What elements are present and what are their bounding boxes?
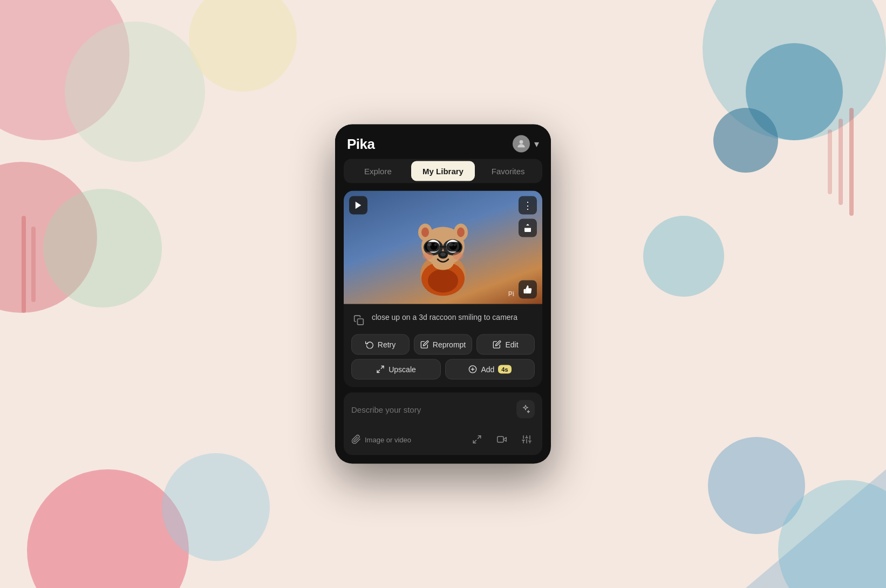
svg-point-9 — [421, 228, 429, 237]
app-logo: Pika — [347, 135, 375, 152]
media-card: ⋮ Pi — [344, 191, 542, 387]
camera-icon — [497, 435, 507, 445]
avatar[interactable] — [513, 135, 530, 153]
svg-point-0 — [520, 140, 523, 144]
upscale-icon — [376, 365, 385, 374]
svg-point-27 — [449, 243, 453, 247]
watermark: Pi — [508, 290, 514, 298]
actions-row-1: Retry Reprompt Edit — [351, 334, 535, 355]
svg-point-20 — [440, 252, 446, 256]
actions-row-2: Upscale Add 4s — [351, 359, 535, 380]
video-thumbnail[interactable]: ⋮ Pi — [344, 191, 542, 304]
avatar-icon — [516, 139, 527, 149]
raccoon-scene — [344, 191, 542, 304]
svg-line-31 — [377, 370, 380, 373]
toolbar-row: Image or video — [344, 426, 542, 455]
sliders-icon — [522, 435, 531, 445]
play-button[interactable] — [349, 196, 367, 215]
tab-explore[interactable]: Explore — [346, 161, 410, 181]
app-header: Pika ▾ — [335, 125, 551, 159]
header-right: ▾ — [513, 135, 539, 153]
prompt-area: close up on a 3d raccoon smiling to came… — [344, 304, 542, 328]
share-icon — [523, 223, 533, 233]
like-icon — [523, 285, 533, 295]
svg-line-30 — [381, 366, 384, 369]
svg-line-36 — [473, 440, 476, 443]
attachment-icon — [351, 435, 361, 445]
reprompt-icon — [420, 340, 429, 349]
input-row — [344, 393, 542, 426]
sparkle-button[interactable] — [516, 400, 535, 419]
prompt-text: close up on a 3d raccoon smiling to came… — [372, 312, 517, 323]
svg-point-4 — [428, 269, 458, 293]
svg-point-21 — [422, 252, 433, 260]
svg-point-26 — [427, 243, 432, 247]
tab-my-library[interactable]: My Library — [411, 161, 475, 181]
chevron-down-icon[interactable]: ▾ — [534, 138, 539, 150]
add-button[interactable]: Add 4s — [445, 359, 535, 380]
play-icon — [353, 201, 363, 210]
like-button[interactable] — [519, 281, 537, 299]
camera-button[interactable] — [494, 432, 510, 448]
copy-icon[interactable] — [351, 313, 366, 328]
edit-icon — [493, 340, 501, 349]
edit-button[interactable]: Edit — [476, 334, 535, 355]
svg-rect-23 — [425, 242, 440, 252]
settings-button[interactable] — [519, 432, 535, 448]
more-button[interactable]: ⋮ — [519, 196, 537, 215]
add-icon — [468, 365, 477, 374]
svg-point-22 — [453, 252, 464, 260]
svg-line-35 — [478, 436, 481, 439]
story-input[interactable] — [351, 405, 511, 414]
phone-card: Pika ▾ Explore My Library Favorites — [335, 125, 551, 464]
image-video-button[interactable]: Image or video — [351, 435, 411, 445]
actions-panel: Retry Reprompt Edit — [344, 328, 542, 387]
sparkle-icon — [521, 405, 530, 414]
expand-icon — [472, 435, 482, 445]
retry-button[interactable]: Retry — [351, 334, 410, 355]
svg-rect-24 — [446, 242, 461, 252]
retry-icon — [365, 340, 374, 349]
upscale-button[interactable]: Upscale — [351, 359, 441, 380]
copy-icon-svg — [353, 315, 364, 326]
share-button[interactable] — [519, 219, 537, 237]
svg-rect-37 — [497, 436, 503, 442]
tabs-container: Explore My Library Favorites — [344, 159, 542, 183]
expand-button[interactable] — [469, 432, 485, 448]
tab-favorites[interactable]: Favorites — [476, 161, 540, 181]
duration-badge: 4s — [498, 365, 511, 374]
raccoon-illustration — [400, 199, 486, 296]
reprompt-button[interactable]: Reprompt — [414, 334, 472, 355]
svg-point-10 — [457, 228, 465, 237]
svg-rect-29 — [358, 319, 364, 325]
bottom-input-panel: Image or video — [344, 393, 542, 455]
